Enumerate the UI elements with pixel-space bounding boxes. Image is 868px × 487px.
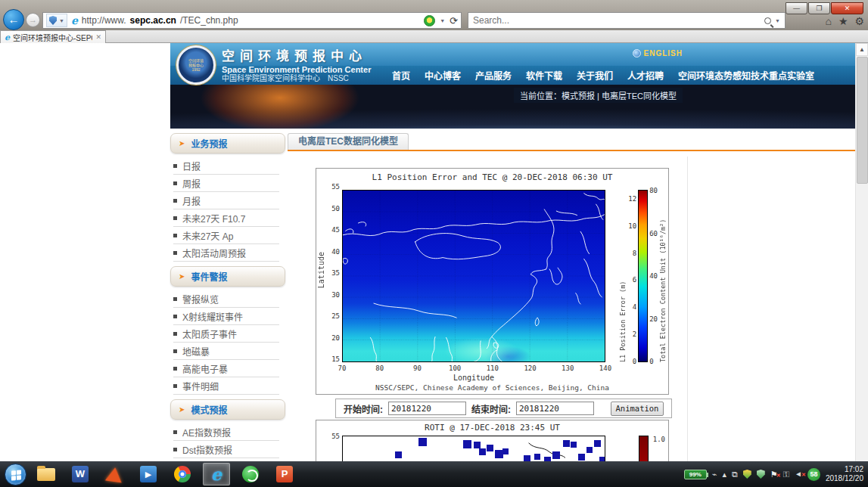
chevron-down-icon[interactable]: ▼ bbox=[440, 18, 445, 23]
search-input[interactable] bbox=[473, 15, 761, 26]
settings-gear-icon[interactable]: ⚙ bbox=[854, 14, 864, 28]
url-domain: sepc.ac.cn bbox=[130, 15, 176, 26]
roti-data-pixel bbox=[395, 451, 402, 458]
scrollbar-thumb[interactable] bbox=[857, 57, 868, 184]
bullet-icon bbox=[173, 216, 177, 220]
nav-item[interactable]: 中心博客 bbox=[425, 69, 461, 82]
search-icon[interactable] bbox=[764, 17, 771, 24]
ie-page-icon: e bbox=[5, 33, 10, 42]
sepc-logo[interactable]: 空间环境 预报中心 1992 bbox=[176, 45, 216, 85]
scroll-up-arrow-icon[interactable]: ▲ bbox=[856, 43, 868, 56]
bullet-icon bbox=[173, 367, 177, 371]
nav-item[interactable]: 人才招聘 bbox=[627, 69, 664, 82]
sidebar-item[interactable]: 太阳质子事件 bbox=[173, 325, 279, 343]
search-box[interactable]: ▼ bbox=[468, 12, 786, 29]
sidebar-item[interactable]: 高能电子暴 bbox=[173, 360, 279, 377]
start-time-input[interactable] bbox=[388, 402, 466, 415]
back-button[interactable]: ← bbox=[3, 9, 24, 30]
taskbar-mediaplayer-icon[interactable]: ▶ bbox=[135, 463, 162, 485]
tray-date: 2018/12/20 bbox=[826, 474, 863, 484]
nav-item[interactable]: 软件下载 bbox=[526, 69, 562, 82]
taskbar-explorer-icon[interactable] bbox=[33, 463, 60, 485]
sidebar-item[interactable]: 事件明细 bbox=[173, 377, 279, 395]
sidebar-item[interactable]: 月报 bbox=[173, 192, 279, 209]
roti-plot: ROTI @ 17-DEC-2018 23:45 UT 555045 1.0 bbox=[316, 420, 669, 461]
sidebar-item[interactable]: 太阳活动周预报 bbox=[173, 244, 279, 262]
sidebar-item[interactable]: 未来27天 Ap bbox=[173, 227, 279, 244]
roti-data-pixel bbox=[563, 440, 570, 447]
bullet-icon bbox=[173, 199, 177, 203]
roti-data-pixel bbox=[487, 445, 493, 451]
colorbar-right-ticks: 806040200 bbox=[649, 190, 658, 362]
home-icon[interactable]: ⌂ bbox=[825, 14, 831, 28]
action-center-flag-icon[interactable]: ⚑ bbox=[770, 470, 778, 479]
roti-map-image bbox=[342, 436, 605, 461]
muted-speaker-icon[interactable]: ◄ bbox=[795, 470, 802, 479]
url-prefix: http://www. bbox=[82, 15, 126, 26]
sidebar-item[interactable]: 警报纵览 bbox=[173, 290, 279, 308]
sidebar-item[interactable]: 未来27天 F10.7 bbox=[173, 209, 279, 227]
english-link[interactable]: ENGLISH bbox=[633, 49, 683, 57]
sidebar-item[interactable]: X射线耀斑事件 bbox=[173, 308, 279, 325]
tec-plot-title: L1 Position Error and TEC @ 20-DEC-2018 … bbox=[316, 172, 668, 182]
refresh-icon[interactable]: ⟳ bbox=[450, 15, 458, 26]
arrow-icon: ➤ bbox=[179, 139, 185, 147]
colorbar-left-ticks: 121086420 bbox=[628, 190, 636, 362]
usb-plug-icon[interactable]: ⚿ bbox=[783, 470, 789, 479]
sidebar-item[interactable]: 日报 bbox=[173, 157, 279, 175]
animation-button[interactable]: Animation bbox=[611, 402, 664, 416]
taskbar-360browser-icon[interactable] bbox=[237, 463, 264, 485]
taskbar-ie-icon-active[interactable]: e bbox=[203, 463, 230, 485]
network-icon[interactable]: ⧉ bbox=[732, 470, 738, 479]
roti-data-pixel bbox=[578, 454, 585, 461]
roti-colorbar bbox=[639, 436, 649, 461]
nav-item[interactable]: 关于我们 bbox=[577, 69, 613, 82]
favorites-star-icon[interactable]: ★ bbox=[838, 14, 848, 28]
sidebar-item[interactable]: AE指数预报 bbox=[173, 423, 279, 441]
taskbar-clock[interactable]: 17:02 2018/12/20 bbox=[826, 465, 863, 484]
battery-indicator[interactable]: 99% bbox=[684, 470, 707, 479]
sidebar-section-business[interactable]: ➤ 业务预报 bbox=[170, 133, 285, 154]
sidebar-section-alerts[interactable]: ➤ 事件警报 bbox=[170, 266, 285, 287]
restore-button[interactable]: ❐ bbox=[808, 2, 830, 14]
360-addon-icon[interactable] bbox=[424, 15, 435, 26]
sidebar: ➤ 业务预报 日报 周报 月报 bbox=[170, 129, 285, 461]
globe-icon bbox=[633, 49, 641, 57]
taskbar-powerpoint-icon[interactable]: P bbox=[271, 463, 298, 485]
nav-item[interactable]: 首页 bbox=[392, 69, 410, 82]
tab-close-icon[interactable]: ✕ bbox=[95, 33, 101, 41]
defender-shield-icon[interactable] bbox=[757, 470, 765, 479]
sidebar-item[interactable]: 地磁暴 bbox=[173, 343, 279, 360]
tec-xlabel: Longitude bbox=[342, 374, 605, 382]
browser-tab[interactable]: e 空间环境预报中心-SEPC ✕ bbox=[0, 30, 106, 43]
bullet-icon bbox=[173, 332, 177, 336]
360-shield-icon[interactable] bbox=[743, 470, 751, 479]
360-score-badge[interactable]: 58 bbox=[807, 468, 820, 481]
nav-item[interactable]: 空间环境态势感知技术重点实验室 bbox=[678, 69, 814, 82]
roti-data-pixel bbox=[495, 450, 503, 458]
tec-xticks: 708090100110120130140 bbox=[342, 364, 605, 372]
chevron-down-icon[interactable]: ▼ bbox=[775, 18, 780, 23]
tray-time: 17:02 bbox=[826, 465, 863, 475]
logo-year: 1992 bbox=[179, 67, 213, 72]
bullet-icon bbox=[173, 349, 177, 353]
bullet-icon bbox=[173, 251, 177, 255]
forward-button[interactable]: → bbox=[26, 13, 40, 27]
hidden-icons-arrow[interactable]: ▴ bbox=[722, 470, 726, 479]
start-button[interactable] bbox=[5, 464, 26, 485]
end-time-input[interactable] bbox=[516, 402, 594, 415]
site-security-box[interactable]: ▼ bbox=[46, 14, 67, 27]
tab-title: 空间环境预报中心-SEPC bbox=[13, 32, 92, 43]
address-bar[interactable]: ▼ e http://www.sepc.ac.cn/TEC_chn.php ▼ … bbox=[42, 12, 462, 29]
taskbar-matlab-icon[interactable] bbox=[101, 463, 128, 485]
page-scrollbar[interactable]: ▲ bbox=[855, 43, 868, 461]
taskbar-chrome-icon[interactable] bbox=[169, 463, 196, 485]
sidebar-item[interactable]: 周报 bbox=[173, 175, 279, 192]
bullet-icon bbox=[173, 234, 177, 237]
nav-item[interactable]: 产品服务 bbox=[475, 69, 512, 82]
close-button[interactable]: ✕ bbox=[831, 2, 863, 14]
sidebar-section-models[interactable]: ➤ 模式预报 bbox=[170, 399, 285, 420]
taskbar-word-icon[interactable]: W bbox=[67, 463, 94, 485]
minimize-button[interactable]: — bbox=[786, 2, 807, 14]
sidebar-item[interactable]: Dst指数预报 bbox=[173, 441, 279, 458]
